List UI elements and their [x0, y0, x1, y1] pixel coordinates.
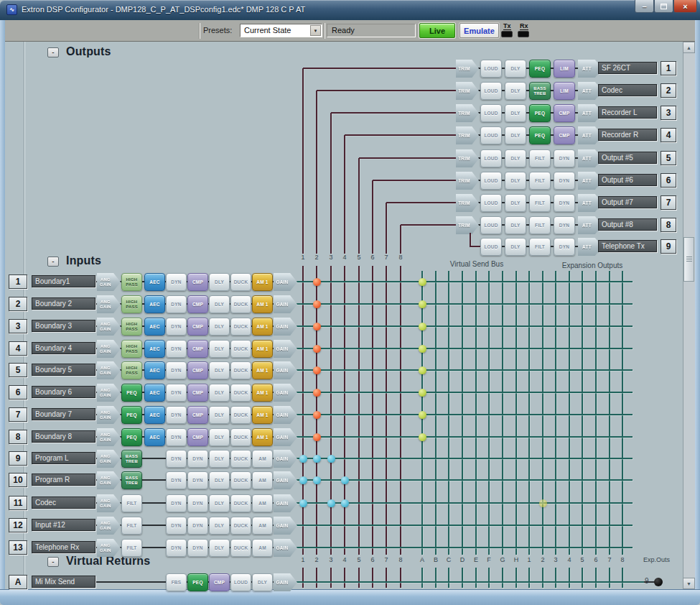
dsp-block-am-1[interactable]: AM 1 [252, 295, 273, 313]
matrix-tie-point[interactable] [539, 499, 547, 507]
scroll-up-button[interactable]: ▲ [683, 42, 695, 53]
dsp-block-filt[interactable]: FILT [529, 149, 551, 167]
dsp-block-dly[interactable]: DLY [209, 471, 230, 489]
dsp-block-cmp[interactable]: CMP [187, 340, 208, 358]
dsp-block-duck[interactable]: DUCK [230, 384, 251, 402]
output-label-field[interactable]: SF 26CT [598, 62, 657, 74]
dsp-block-dly[interactable]: DLY [209, 295, 230, 313]
scrollbar-thumb[interactable] [683, 237, 694, 282]
dsp-block-dyn[interactable]: DYN [166, 318, 187, 336]
presets-dropdown[interactable]: Current State ▼ [240, 24, 322, 37]
matrix-tie-point[interactable] [313, 411, 321, 419]
virtual-return-label-field[interactable]: Mi Mix Send [32, 576, 95, 588]
dsp-block-duck[interactable]: DUCK [230, 361, 251, 379]
dsp-block-cmp[interactable]: CMP [554, 104, 575, 122]
input-label-field[interactable]: Boundary 3 [32, 320, 95, 332]
dsp-block-dly[interactable]: DLY [252, 573, 273, 591]
minimize-button[interactable]: – [635, 0, 654, 13]
dsp-block-am[interactable]: AM [252, 494, 273, 512]
dsp-block-duck[interactable]: DUCK [230, 295, 251, 313]
output-label-field[interactable]: Output #8 [598, 218, 657, 231]
dsp-block-cmp[interactable]: CMP [187, 361, 208, 379]
matrix-tie-point[interactable] [313, 455, 321, 463]
dsp-block-filt[interactable]: FILT [529, 238, 551, 256]
matrix-tie-point[interactable] [419, 433, 426, 441]
dsp-block-dyn[interactable]: DYN [554, 238, 575, 256]
dsp-block-aec[interactable]: AEC [144, 361, 165, 379]
dsp-block-loud[interactable]: LOUD [480, 82, 502, 100]
dsp-block-dly[interactable]: DLY [209, 450, 230, 468]
matrix-tie-point[interactable] [313, 389, 321, 397]
dsp-block-cmp[interactable]: CMP [187, 428, 208, 446]
dsp-block-dyn[interactable]: DYN [166, 295, 187, 313]
dsp-block-cmp[interactable]: CMP [187, 384, 208, 402]
matrix-tie-point[interactable] [419, 323, 426, 331]
dsp-block-duck[interactable]: DUCK [230, 406, 251, 424]
dsp-block-dyn[interactable]: DYN [166, 340, 187, 358]
dsp-block-aec[interactable]: AEC [144, 384, 165, 402]
dsp-block-dly[interactable]: DLY [505, 216, 526, 234]
dsp-block-duck[interactable]: DUCK [230, 517, 251, 535]
dsp-block-dyn[interactable]: DYN [187, 494, 208, 512]
dsp-block-dyn[interactable]: DYN [166, 384, 187, 402]
dsp-block-loud[interactable]: LOUD [480, 149, 502, 167]
dsp-block-dly[interactable]: DLY [505, 60, 526, 78]
live-button[interactable]: Live [419, 23, 455, 38]
input-label-field[interactable]: Program L [32, 452, 95, 464]
chevron-down-icon[interactable]: ▼ [310, 25, 321, 36]
dsp-block-am-1[interactable]: AM 1 [252, 384, 273, 402]
output-label-field[interactable]: Output #5 [598, 152, 657, 164]
input-label-field[interactable]: Input #12 [32, 519, 95, 531]
matrix-tie-point[interactable] [419, 278, 426, 286]
matrix-tie-point[interactable] [299, 476, 307, 484]
matrix-tie-point[interactable] [313, 278, 321, 286]
matrix-tie-point[interactable] [327, 499, 335, 507]
dsp-block-am[interactable]: AM [252, 450, 273, 468]
output-label-field[interactable]: Output #7 [598, 196, 657, 208]
dsp-block-am-1[interactable]: AM 1 [252, 318, 273, 336]
vertical-scrollbar[interactable] [683, 42, 695, 589]
dsp-block-dyn[interactable]: DYN [554, 172, 575, 190]
dsp-block-dyn[interactable]: DYN [554, 194, 575, 212]
dsp-block-loud[interactable]: LOUD [480, 194, 502, 212]
dsp-block-dyn[interactable]: DYN [166, 406, 187, 424]
input-label-field[interactable]: Program R [32, 474, 95, 486]
dsp-block-duck[interactable]: DUCK [230, 318, 251, 336]
output-label-field[interactable]: Telephone Tx [598, 240, 657, 252]
dsp-block-filt[interactable]: FILT [529, 172, 551, 190]
dsp-block-dyn[interactable]: DYN [166, 428, 187, 446]
dsp-block-dly[interactable]: DLY [505, 126, 526, 144]
dsp-block-duck[interactable]: DUCK [230, 340, 251, 358]
dsp-block-am-1[interactable]: AM 1 [252, 428, 273, 446]
dsp-block-duck[interactable]: DUCK [230, 539, 251, 557]
dsp-block-cmp[interactable]: CMP [187, 295, 208, 313]
scroll-down-button[interactable]: ▼ [683, 578, 695, 589]
matrix-tie-point[interactable] [419, 345, 426, 353]
matrix-tie-point[interactable] [419, 366, 426, 374]
dsp-block-dly[interactable]: DLY [209, 340, 230, 358]
dsp-block-high-pass[interactable]: HIGH PASS [121, 318, 142, 336]
dsp-block-dly[interactable]: DLY [505, 172, 526, 190]
dsp-block-dly[interactable]: DLY [209, 517, 230, 535]
matrix-tie-point[interactable] [313, 366, 321, 374]
dsp-block-aec[interactable]: AEC [144, 428, 165, 446]
dsp-block-peq[interactable]: PEQ [529, 104, 551, 122]
dsp-block-dyn[interactable]: DYN [166, 361, 187, 379]
close-button[interactable]: × [673, 0, 697, 13]
dsp-block-dyn[interactable]: DYN [166, 494, 187, 512]
dsp-block-high-pass[interactable]: HIGH PASS [121, 361, 142, 379]
dsp-block-am-1[interactable]: AM 1 [252, 340, 273, 358]
input-label-field[interactable]: Boundary 2 [32, 297, 95, 310]
input-label-field[interactable]: Codec [32, 497, 95, 509]
dsp-block-dyn[interactable]: DYN [166, 273, 187, 291]
dsp-block-fbs[interactable]: FBS [166, 573, 187, 591]
dsp-block-dly[interactable]: DLY [505, 149, 526, 167]
dsp-block-filt[interactable]: FILT [121, 517, 142, 535]
dsp-block-am-1[interactable]: AM 1 [252, 361, 273, 379]
dsp-block-loud[interactable]: LOUD [230, 573, 251, 591]
matrix-tie-point[interactable] [419, 389, 426, 397]
dsp-block-high-pass[interactable]: HIGH PASS [121, 273, 142, 291]
input-label-field[interactable]: Boundary 8 [32, 430, 95, 443]
input-label-field[interactable]: Boundary 4 [32, 342, 95, 354]
dsp-block-am[interactable]: AM [252, 539, 273, 557]
